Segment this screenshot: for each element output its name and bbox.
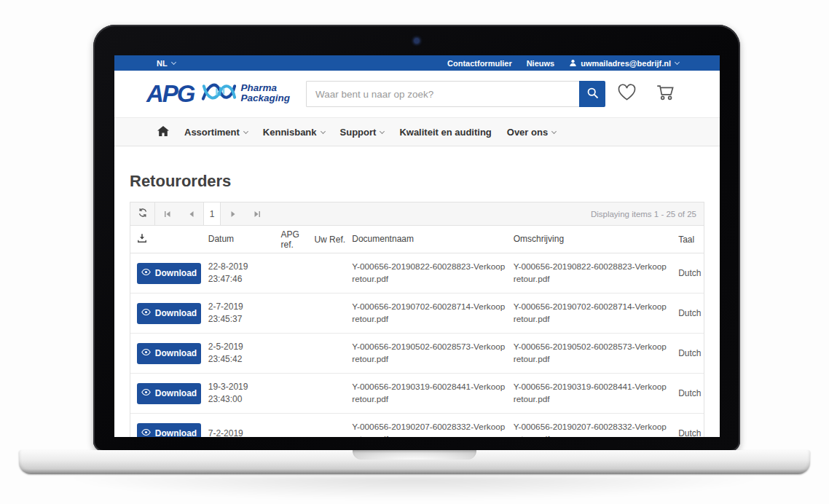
top-utility-bar: NL Contactformulier Nieuws uwmailadres@b… bbox=[114, 55, 720, 71]
nav-item-label: Support bbox=[340, 127, 377, 138]
heart-icon bbox=[617, 83, 637, 104]
account-menu[interactable]: uwmailadres@bedrijf.nl bbox=[569, 59, 679, 68]
search-icon bbox=[586, 87, 599, 101]
cell-omschrijving: Y-000656-20190502-60028573-Verkoop retou… bbox=[511, 341, 676, 366]
cell-omschrijving: Y-000656-20190822-60028823-Verkoop retou… bbox=[511, 261, 676, 286]
nav-item-over-ons[interactable]: Over ons bbox=[507, 127, 556, 138]
download-button-label: Download bbox=[155, 268, 197, 278]
logo-tagline-line2: Packaging bbox=[241, 93, 291, 103]
first-page-button[interactable] bbox=[155, 202, 179, 225]
download-button[interactable]: Download bbox=[137, 303, 201, 324]
download-button[interactable]: Download bbox=[137, 423, 201, 438]
header-icons bbox=[617, 83, 675, 104]
eye-icon bbox=[141, 267, 151, 279]
cell-datum: 2-7-201923:45:37 bbox=[206, 301, 279, 326]
table-row: Download 22-8-201923:47:46 Y-000656-2019… bbox=[130, 253, 704, 294]
browser-viewport: NL Contactformulier Nieuws uwmailadres@b… bbox=[114, 55, 720, 437]
table-row: Download 19-3-201923:43:00 Y-000656-2019… bbox=[130, 374, 704, 414]
current-page[interactable]: 1 bbox=[204, 202, 220, 225]
nav-item-label: Assortiment bbox=[184, 127, 240, 138]
column-header-apg-ref[interactable]: APG ref. bbox=[279, 229, 313, 250]
cell-omschrijving: Y-000656-20190207-60028332-Verkoop retou… bbox=[511, 421, 676, 437]
chevron-down-icon bbox=[243, 128, 248, 133]
column-header-taal[interactable]: Taal bbox=[676, 235, 704, 245]
topbar-left: NL bbox=[157, 59, 176, 68]
download-button[interactable]: Download bbox=[137, 263, 201, 284]
cell-documentnaam: Y-000656-20190822-60028823-Verkoop retou… bbox=[350, 261, 511, 286]
dna-helix-icon bbox=[200, 79, 237, 107]
laptop-screen: NL Contactformulier Nieuws uwmailadres@b… bbox=[93, 25, 740, 452]
search-bar bbox=[306, 81, 605, 107]
download-button[interactable]: Download bbox=[137, 343, 201, 364]
wishlist-button[interactable] bbox=[617, 83, 637, 104]
download-icon bbox=[137, 235, 147, 245]
nieuws-link[interactable]: Nieuws bbox=[527, 59, 555, 68]
webcam-icon bbox=[414, 39, 419, 43]
chevron-down-icon bbox=[321, 128, 326, 133]
logo-wordmark: APG bbox=[146, 82, 195, 106]
cart-button[interactable] bbox=[656, 83, 675, 104]
cell-taal: Dutch bbox=[676, 268, 704, 278]
download-button[interactable]: Download bbox=[137, 383, 201, 404]
cell-documentnaam: Y-000656-20190207-60028332-Verkoop retou… bbox=[350, 421, 511, 437]
user-email-label: uwmailadres@bedrijf.nl bbox=[581, 59, 671, 68]
eye-icon bbox=[141, 387, 151, 399]
nav-item-kennisbank[interactable]: Kennisbank bbox=[263, 127, 325, 138]
eye-icon bbox=[141, 307, 151, 319]
search-input[interactable] bbox=[306, 81, 579, 107]
cell-datum: 19-3-201923:43:00 bbox=[206, 381, 279, 406]
page-title: Retourorders bbox=[130, 172, 704, 191]
contactformulier-link[interactable]: Contactformulier bbox=[447, 59, 512, 68]
nav-item-assortiment[interactable]: Assortiment bbox=[184, 127, 248, 138]
refresh-button[interactable] bbox=[130, 202, 154, 225]
download-button-label: Download bbox=[155, 428, 197, 437]
laptop-lid-notch bbox=[353, 450, 476, 460]
chevron-down-icon bbox=[551, 128, 557, 133]
cell-documentnaam: Y-000656-20190702-60028714-Verkoop retou… bbox=[350, 301, 511, 326]
next-page-button[interactable] bbox=[221, 202, 245, 225]
nav-item-label: Kennisbank bbox=[263, 127, 317, 138]
cell-documentnaam: Y-000656-20190319-60028441-Verkoop retou… bbox=[350, 381, 511, 406]
retourorders-table: 1 Displaying items 1 - 25 of 25 bbox=[130, 202, 704, 437]
nav-home-button[interactable] bbox=[157, 126, 169, 138]
cell-omschrijving: Y-000656-20190702-60028714-Verkoop retou… bbox=[511, 301, 676, 326]
nav-item-label: Kwaliteit en auditing bbox=[399, 127, 491, 138]
nav-item-label: Over ons bbox=[507, 127, 548, 138]
main-nav: Assortiment Kennisbank Support Kwaliteit… bbox=[114, 117, 720, 146]
chevron-down-icon bbox=[380, 128, 385, 133]
main-content: Retourorders bbox=[114, 172, 720, 437]
chevron-down-icon bbox=[171, 60, 176, 65]
apg-logo[interactable]: APG Pharma Packaging bbox=[146, 79, 290, 107]
last-page-button[interactable] bbox=[245, 202, 269, 225]
column-header-datum[interactable]: Datum bbox=[206, 233, 279, 245]
language-selector[interactable]: NL bbox=[157, 59, 176, 68]
nav-item-kwaliteit-en-auditing[interactable]: Kwaliteit en auditing bbox=[399, 127, 491, 138]
table-row: Download 7-2-2019 Y-000656-20190207-6002… bbox=[130, 414, 704, 437]
language-label: NL bbox=[157, 59, 168, 68]
cell-datum: 2-5-201923:45:42 bbox=[206, 341, 279, 366]
cell-omschrijving: Y-000656-20190319-60028441-Verkoop retou… bbox=[511, 381, 676, 406]
cell-taal: Dutch bbox=[676, 308, 704, 318]
column-header-omschrijving[interactable]: Omschrijving bbox=[511, 233, 676, 245]
cell-taal: Dutch bbox=[676, 348, 704, 358]
table-row: Download 2-5-201923:45:42 Y-000656-20190… bbox=[130, 334, 704, 374]
logo-tagline-line1: Pharma bbox=[241, 83, 291, 93]
logo-tagline: Pharma Packaging bbox=[241, 83, 291, 103]
chevron-down-icon bbox=[675, 60, 680, 65]
site-header: APG Pharma Packaging bbox=[114, 71, 720, 117]
prev-page-icon bbox=[188, 208, 195, 221]
search-button[interactable] bbox=[579, 81, 605, 107]
nav-item-support[interactable]: Support bbox=[340, 127, 385, 138]
column-header-uw-ref[interactable]: Uw Ref. bbox=[312, 235, 350, 245]
cell-taal: Dutch bbox=[676, 428, 704, 437]
prev-page-button[interactable] bbox=[179, 202, 203, 225]
column-header-documentnaam[interactable]: Documentnaam bbox=[350, 233, 511, 245]
table-header-row: Datum APG ref. Uw Ref. Documentnaam Omsc… bbox=[130, 226, 704, 253]
cart-icon bbox=[656, 83, 675, 104]
cell-datum: 22-8-201923:47:46 bbox=[206, 261, 279, 286]
cell-documentnaam: Y-000656-20190502-60028573-Verkoop retou… bbox=[350, 341, 511, 366]
download-button-label: Download bbox=[155, 308, 197, 318]
next-page-icon bbox=[229, 208, 237, 221]
table-toolbar: 1 Displaying items 1 - 25 of 25 bbox=[130, 202, 704, 226]
eye-icon bbox=[141, 428, 151, 437]
